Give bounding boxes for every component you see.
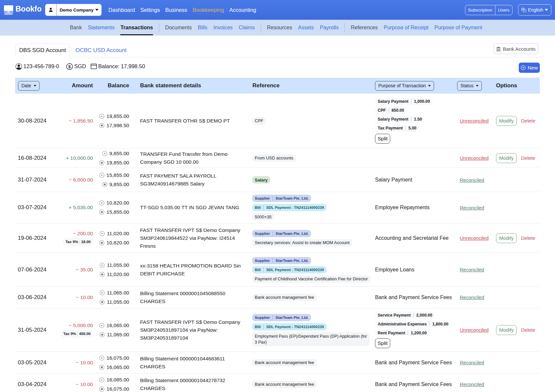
svg-text:A: A (522, 8, 524, 11)
svg-text:$: $ (69, 64, 71, 69)
